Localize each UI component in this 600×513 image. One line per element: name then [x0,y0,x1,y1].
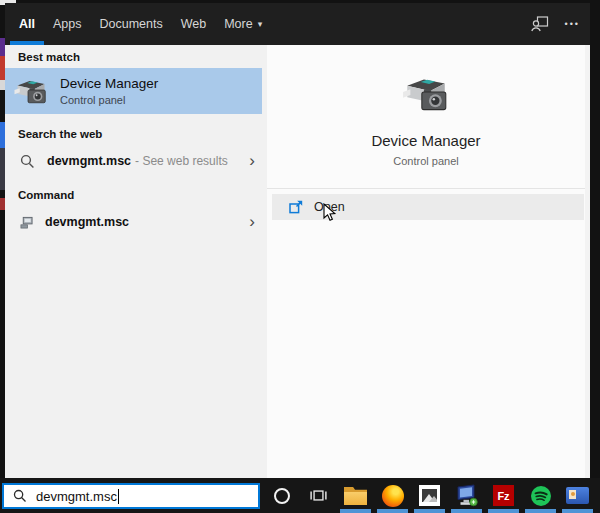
tab-apps[interactable]: Apps [44,3,91,45]
tab-more[interactable]: More ▾ [215,3,271,45]
tab-documents[interactable]: Documents [90,3,171,45]
taskbar-photos-button[interactable] [411,478,448,513]
running-indicator [377,509,408,513]
search-icon [20,154,35,169]
device-manager-icon-large [401,71,451,117]
taskbar-cortana-button[interactable] [263,478,300,513]
feedback-user-icon[interactable] [531,16,549,32]
search-icon [13,489,27,503]
taskbar-search-input[interactable]: devmgmt.msc [2,483,260,509]
search-input-value: devmgmt.msc [36,489,117,504]
divider [267,188,585,189]
computer-icon [455,484,479,507]
user-accounts-icon [566,487,589,504]
command-title: devmgmt.msc [45,215,129,229]
open-action-button[interactable]: Open [272,194,584,220]
results-panel: Best match [5,45,267,478]
device-manager-icon [13,75,49,108]
chevron-right-icon[interactable]: › [249,152,255,169]
cortana-icon [274,488,290,504]
mmc-command-icon [20,216,33,229]
best-match-header: Best match [5,45,267,68]
running-indicator [488,509,519,513]
web-search-suffix: - See web results [135,154,228,168]
taskbar-computer-button[interactable] [448,478,485,513]
tab-all[interactable]: All [10,3,44,45]
command-header: Command [5,183,267,206]
preview-subtitle: Control panel [393,155,458,167]
taskbar-filezilla-button[interactable]: Fz [485,478,522,513]
chevron-right-icon[interactable]: › [249,213,255,230]
photos-icon [419,485,440,506]
taskbar: devmgmt.msc [0,478,600,513]
running-indicator [414,509,445,513]
taskbar-file-explorer-button[interactable] [337,478,374,513]
search-web-header: Search the web [5,122,267,145]
task-view-icon [309,486,328,505]
text-caret [118,489,119,504]
filezilla-icon: Fz [493,485,514,506]
taskbar-user-accounts-button[interactable] [559,478,596,513]
web-search-result[interactable]: devmgmt.msc - See web results › [5,145,267,177]
running-indicator [340,509,371,513]
search-flyout: All Apps Documents Web More ▾ ••• Best m… [5,3,590,478]
web-search-query: devmgmt.msc [47,154,131,168]
taskbar-firefox-button[interactable] [374,478,411,513]
open-external-icon [289,200,303,214]
tab-web[interactable]: Web [172,3,215,45]
firefox-icon [382,485,404,507]
file-explorer-icon [344,487,367,505]
running-indicator [562,509,593,513]
running-indicator [451,509,482,513]
best-match-subtitle: Control panel [60,94,158,106]
taskbar-spotify-button[interactable] [522,478,559,513]
command-result-devmgmt[interactable]: devmgmt.msc › [5,206,267,238]
search-tabs-bar: All Apps Documents Web More ▾ ••• [5,3,590,45]
spotify-icon [530,485,552,507]
more-options-icon[interactable]: ••• [565,19,580,29]
preview-title: Device Manager [371,132,480,149]
taskbar-task-view-button[interactable] [300,478,337,513]
best-match-result-device-manager[interactable]: Device Manager Control panel [5,68,262,114]
running-indicator [525,509,556,513]
mouse-pointer [323,203,337,223]
best-match-title: Device Manager [60,76,158,91]
preview-panel: Device Manager Control panel Open [267,45,590,478]
chevron-down-icon: ▾ [258,19,263,29]
